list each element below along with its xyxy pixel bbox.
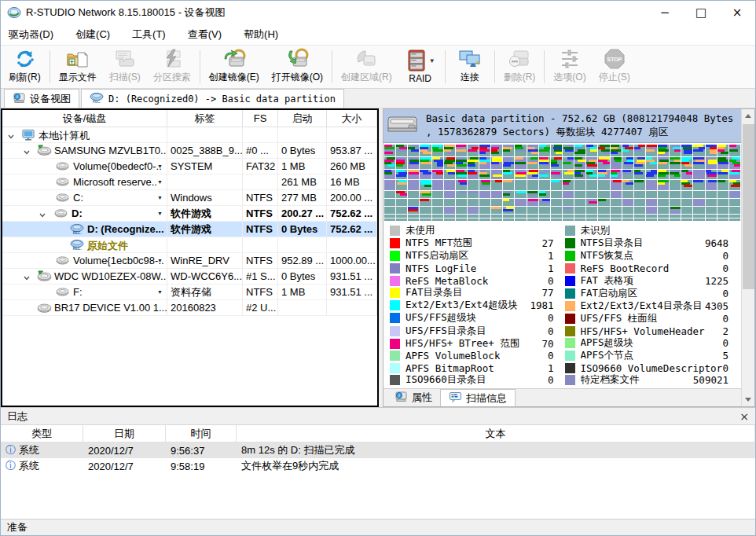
device-row-0[interactable]: 本地计算机	[2, 127, 377, 143]
map-block	[432, 215, 443, 217]
device-cell-fs: NTFS	[243, 190, 278, 206]
menu-item-2[interactable]: 工具(T)	[132, 28, 166, 42]
toolbar-button-0[interactable]: 刷新(R)	[2, 47, 47, 86]
expand-chevron-icon[interactable]	[23, 273, 31, 285]
chevron-down-icon[interactable]: ▼	[429, 57, 435, 64]
legend-row-left-8: UFS/FFS目录条目0	[390, 325, 565, 337]
map-block	[670, 207, 681, 214]
device-cell-fs: NTFS	[243, 253, 278, 269]
scan-pane-tab-0[interactable]: i属性	[387, 389, 440, 406]
device-row-8[interactable]: Volume{1ecb0c98-..▼WinRE_DRVNTFS952.89 .…	[2, 253, 377, 269]
device-cell-start: 952.89 ...	[278, 253, 327, 269]
scan-pane-scrollbar[interactable]	[741, 109, 754, 406]
row-dropdown-icon[interactable]: ▼	[157, 211, 163, 216]
toolbar-button-10: 选项(O)	[547, 47, 592, 86]
legend-count: 0	[548, 275, 565, 287]
device-row-11[interactable]: BR17 DEVICE V1.00 1....20160823#2 U...	[2, 300, 377, 316]
toolbar-button-1[interactable]: 显示文件	[53, 47, 103, 86]
close-button[interactable]: ×	[719, 1, 755, 24]
map-block	[611, 157, 622, 169]
device-name: D: (Recognize...	[87, 223, 164, 235]
device-column-header-1[interactable]: 标签	[167, 110, 243, 127]
svg-text:i: i	[398, 392, 400, 398]
log-close-icon[interactable]: ×	[739, 410, 749, 423]
device-row-1[interactable]: SAMSUNG MZVLB1T0...0025_388B_9...#0 ...0…	[2, 143, 377, 159]
scan-pane-tab-1[interactable]: 扫描信息	[440, 389, 516, 406]
legend-color-swatch	[390, 326, 400, 336]
device-row-9[interactable]: WDC WD10EZEX-08W...WD-WCC6Y6...#1 S...0 …	[2, 269, 377, 285]
device-row-2[interactable]: Volume{0bedecf0-..▼SYSTEMFAT321 MB260 MB	[2, 159, 377, 174]
map-block	[479, 199, 490, 206]
device-row-4[interactable]: C:▼WindowsNTFS277 MB200.00 ...	[2, 190, 377, 206]
map-block	[479, 218, 490, 221]
log-column-header-1[interactable]: 日期	[83, 425, 166, 442]
device-column-header-4[interactable]: 大小	[327, 110, 377, 127]
row-dropdown-icon[interactable]: ▼	[157, 179, 163, 185]
device-column-header-2[interactable]: FS	[243, 110, 278, 127]
device-row-5[interactable]: D:▼软件游戏NTFS200.27 ...752.62 ...	[2, 206, 377, 222]
log-text: 8m 12s 的 D: 扫描已完成	[237, 443, 755, 457]
menu-item-3[interactable]: 查看(V)	[188, 28, 222, 42]
minimize-button[interactable]: −	[647, 1, 683, 24]
toolbar-button-8[interactable]: 连接	[448, 47, 492, 86]
scroll-down-icon[interactable]	[742, 393, 755, 406]
legend-label: ReFS MetaBlock	[406, 275, 488, 287]
menu-item-4[interactable]: 帮助(H)	[244, 28, 278, 42]
menu-item-1[interactable]: 创建(C)	[75, 28, 110, 42]
legend-label: HFS/HFS+ VolumeHeader	[581, 325, 705, 337]
view-tabrow: i设备视图REC.D: (Recognized0) -> Basic data …	[1, 89, 755, 108]
map-block	[622, 157, 633, 169]
map-block	[456, 170, 467, 179]
device-column-header-3[interactable]: 启动	[278, 110, 327, 127]
legend-label: FAT 表格项	[581, 274, 634, 288]
device-row-6[interactable]: REC.D: (Recognize...软件游戏NTFS0 Bytes752.6…	[2, 222, 377, 237]
map-block	[551, 199, 562, 206]
log-row-1[interactable]: ⓘ系统2020/12/79:58:19文件枚举在9秒内完成	[1, 458, 755, 474]
legend-label: FAT目录条目	[406, 286, 463, 299]
legend-label: 未使用	[406, 224, 435, 237]
map-block	[574, 218, 585, 221]
map-block	[432, 170, 443, 179]
toolbar-button-5[interactable]: 打开镜像(O)	[266, 47, 329, 86]
map-block	[563, 215, 574, 217]
device-row-3[interactable]: Microsoft reserve..▼261 MB16 MB	[2, 174, 377, 190]
map-block	[468, 215, 479, 217]
expand-chevron-icon[interactable]	[7, 131, 15, 143]
legend-row-left-2: NTFS启动扇区1	[390, 250, 565, 262]
map-block	[432, 157, 443, 169]
log-row-0[interactable]: ⓘ系统2020/12/79:56:378m 12s 的 D: 扫描已完成	[1, 442, 755, 458]
log-column-header-0[interactable]: 类型	[1, 425, 83, 442]
map-block	[658, 157, 669, 169]
scroll-up-icon[interactable]	[742, 109, 755, 123]
toolbar-button-4[interactable]: 创建镜像(E)	[203, 47, 266, 86]
legend-row-right-9: APFS超级块0	[565, 337, 740, 350]
row-dropdown-icon[interactable]: ▼	[157, 195, 163, 200]
device-cell-start: 0 Bytes	[278, 222, 327, 237]
legend-row-right-10: APFS个节点5	[565, 350, 740, 362]
menu-item-0[interactable]: 驱动器(D)	[9, 28, 53, 42]
row-dropdown-icon[interactable]: ▼	[157, 289, 163, 295]
expand-chevron-icon[interactable]	[39, 210, 46, 222]
maximize-button[interactable]: □	[683, 1, 719, 24]
scrollbar-thumb[interactable]	[743, 124, 754, 289]
toolbar-button-11: STOP停止(S)	[593, 47, 637, 86]
expand-chevron-icon[interactable]	[23, 147, 31, 159]
map-block	[681, 157, 692, 169]
row-dropdown-icon[interactable]: ▼	[157, 163, 163, 169]
view-tab-0[interactable]: i设备视图	[4, 89, 79, 108]
device-cell-size	[327, 237, 377, 253]
log-column-header-3[interactable]: 文本	[237, 425, 755, 442]
device-column-header-0[interactable]: 设备/磁盘	[2, 110, 167, 127]
map-block	[479, 215, 490, 217]
legend-count: 0	[548, 350, 565, 362]
view-tab-1[interactable]: REC.D: (Recognized0) -> Basic data parti…	[81, 89, 344, 108]
device-row-10[interactable]: F:▼资料存储NTFS1 MB931.51 ...	[2, 285, 377, 300]
log-column-header-2[interactable]: 时间	[166, 425, 237, 442]
toolbar-button-7[interactable]: ▼RAID	[398, 47, 442, 86]
device-row-7[interactable]: REC.原始文件	[2, 237, 377, 253]
map-block	[527, 191, 538, 198]
legend-row-left-6: Ext2/Ext3/Ext4超级块1981	[390, 299, 565, 312]
scan-block-map[interactable]	[384, 143, 741, 222]
row-dropdown-icon[interactable]: ▼	[157, 258, 163, 263]
legend-color-swatch	[390, 238, 400, 248]
